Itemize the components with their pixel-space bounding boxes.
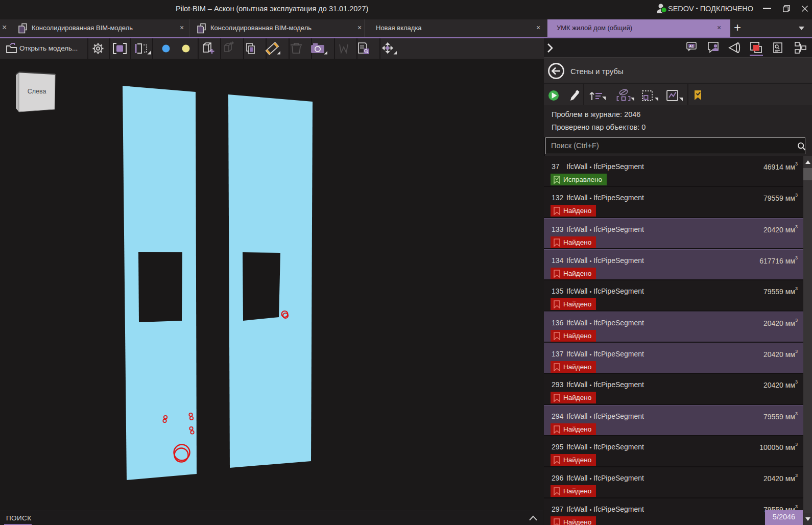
svg-text:A1: A1 (689, 44, 694, 48)
svg-text:Слева: Слева (28, 88, 46, 95)
